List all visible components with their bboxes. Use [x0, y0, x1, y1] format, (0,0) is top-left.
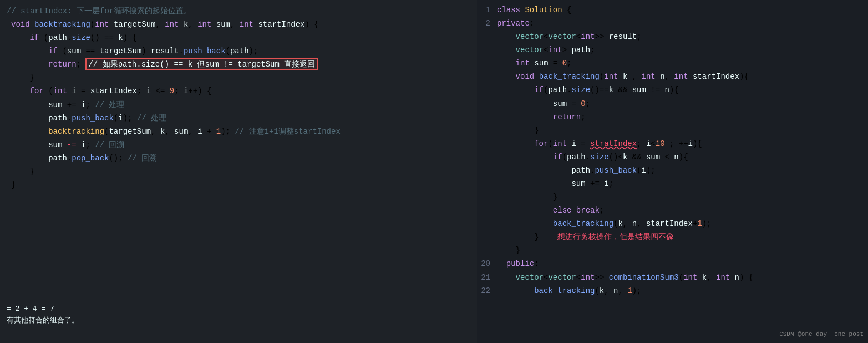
bottom-line1: = 2 + 4 = 7	[7, 304, 470, 315]
fn-sig-line: void backtracking(int targetSum, int k, …	[7, 18, 470, 31]
push-line: path.push_back(i); // 处理	[7, 112, 470, 125]
right-panel: 1 class Solution { 2 private: vector<vec…	[477, 0, 868, 343]
return-line: return; // 如果path.size() == k 但sum != ta…	[7, 58, 470, 71]
right-line-3: vector<vector<int>> result;	[477, 30, 868, 43]
line-num-21: 21	[479, 271, 497, 284]
line-12-code: if(path.size()<k && sum < n){	[497, 150, 866, 164]
csdn-watermark: CSDN @one_day _one_post	[779, 331, 864, 337]
right-code-block: 1 class Solution { 2 private: vector<vec…	[477, 0, 868, 301]
right-line-11: for(int i = stratIndex; i<10 ; ++i){	[477, 137, 868, 150]
line-21-code: vector<vector<int>> combinationSum3(int …	[497, 271, 866, 284]
highlight-comment: // 如果path.size() == k 但sum != targetSum …	[85, 58, 318, 70]
recurse-line: backtracking(targetSum, k, sum, i + 1); …	[7, 125, 470, 138]
pop-line: path.pop_back(); // 回溯	[7, 152, 470, 165]
right-line-1: 1 class Solution {	[477, 3, 868, 17]
line-20-code: public:	[497, 257, 866, 270]
line-10-code: }	[497, 124, 866, 137]
if1-line: if (path.size() == k) {	[7, 31, 470, 44]
close2-line: }	[7, 165, 470, 178]
line-22-code: back_tracking(k, n, 1);	[497, 284, 866, 297]
right-line-15: }	[477, 190, 868, 204]
right-line-8: sum = 0;	[477, 97, 868, 110]
right-line-12: if(path.size()<k && sum < n){	[477, 150, 868, 164]
line-17-code: back_tracking(k, n, startIndex+1);	[497, 217, 866, 230]
right-line-16: else break;	[477, 204, 868, 217]
right-line-14: sum += i;	[477, 177, 868, 190]
line-5-code: int sum = 0;	[497, 57, 866, 70]
bottom-bar: = 2 + 4 = 7 有其他符合的组合了。	[0, 299, 477, 343]
right-line-20: 20 public:	[477, 257, 868, 270]
line-3-code: vector<vector<int>> result;	[497, 30, 866, 43]
line-13-code: path.push_back(i);	[497, 164, 866, 177]
right-line-10: }	[477, 124, 868, 137]
close3-line: }	[7, 178, 470, 191]
line-num-22: 22	[479, 284, 497, 297]
close1-line: }	[7, 71, 470, 84]
if2-line: if (sum == targetSum) result.push_back(p…	[7, 44, 470, 58]
line-2-code: private:	[497, 17, 866, 30]
right-line-7: if(path.size()==k && sum != n){	[477, 83, 868, 97]
line-1-code: class Solution {	[497, 3, 866, 17]
line-14-code: sum += i;	[497, 177, 866, 190]
sum-add-line: sum += i; // 处理	[7, 98, 470, 112]
line-4-code: vector<int> path;	[497, 43, 866, 57]
bottom-line2: 有其他符合的组合了。	[7, 315, 470, 327]
right-line-9: return;	[477, 110, 868, 124]
right-line-18: } 想进行剪枝操作，但是结果四不像	[477, 230, 868, 244]
line-num-2: 2	[479, 17, 497, 30]
line-16-code: else break;	[497, 204, 866, 217]
line-15-code: }	[497, 190, 866, 204]
right-line-13: path.push_back(i);	[477, 164, 868, 177]
line-19-code: }	[497, 244, 866, 257]
sum-sub-line: sum -= i; // 回溯	[7, 138, 470, 152]
right-line-5: int sum = 0;	[477, 57, 868, 70]
line-18-code: } 想进行剪枝操作，但是结果四不像	[497, 230, 866, 244]
line-6-code: void back_tracking(int k , int n, int st…	[497, 70, 866, 83]
line-11-code: for(int i = stratIndex; i<10 ; ++i){	[497, 137, 866, 150]
line-num-20: 20	[479, 257, 497, 270]
right-line-4: vector<int> path;	[477, 43, 868, 57]
line-8-code: sum = 0;	[497, 97, 866, 110]
right-line-17: back_tracking(k, n, startIndex+1);	[477, 217, 868, 230]
top-comment: // startIndex: 下一层for循环搜索的起始位置。	[7, 4, 470, 18]
line-num-1: 1	[479, 3, 497, 17]
line-9-code: return;	[497, 110, 866, 124]
for-line: for (int i = startIndex; i <= 9; i++) {	[7, 84, 470, 98]
left-panel: // startIndex: 下一层for循环搜索的起始位置。 void bac…	[0, 0, 477, 343]
right-line-21: 21 vector<vector<int>> combinationSum3(i…	[477, 271, 868, 284]
right-line-19: }	[477, 244, 868, 257]
right-line-2: 2 private:	[477, 17, 868, 30]
right-line-22: 22 back_tracking(k, n, 1);	[477, 284, 868, 297]
line-7-code: if(path.size()==k && sum != n){	[497, 83, 866, 97]
left-code-block: void backtracking(int targetSum, int k, …	[0, 18, 477, 191]
right-line-6: void back_tracking(int k , int n, int st…	[477, 70, 868, 83]
